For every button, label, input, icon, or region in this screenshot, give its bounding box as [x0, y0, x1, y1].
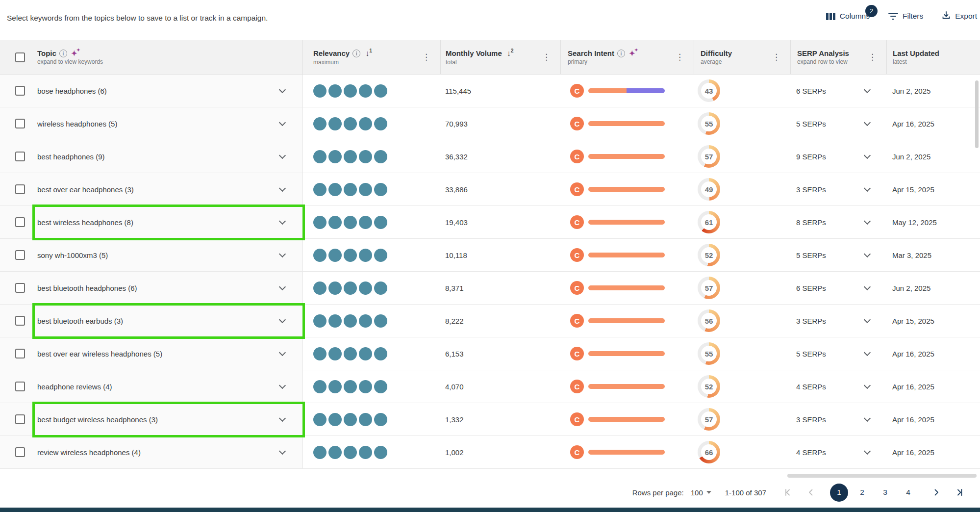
expand-chevron-down-icon[interactable]	[279, 217, 286, 224]
row-checkbox[interactable]	[15, 86, 25, 96]
expand-chevron-down-icon[interactable]	[864, 447, 871, 454]
serp-analysis-cell[interactable]: 3 SERPs	[790, 403, 886, 435]
expand-chevron-down-icon[interactable]	[279, 86, 286, 93]
column-header-search-intent[interactable]: Search Intent i ✦ primary ⋮	[560, 40, 694, 74]
info-icon[interactable]: i	[59, 50, 67, 57]
column-header-topic[interactable]: Topic i ✦ expand to view keywords	[31, 40, 302, 74]
row-checkbox[interactable]	[15, 217, 25, 227]
expand-chevron-down-icon[interactable]	[279, 283, 286, 290]
vertical-scrollbar[interactable]	[975, 80, 979, 148]
expand-chevron-down-icon[interactable]	[864, 184, 871, 191]
topic-cell[interactable]: headphone reviews (4)	[31, 370, 302, 403]
expand-chevron-down-icon[interactable]	[864, 250, 871, 257]
column-menu-kebab-icon[interactable]: ⋮	[542, 53, 551, 61]
expand-chevron-down-icon[interactable]	[279, 152, 286, 158]
row-checkbox[interactable]	[15, 119, 25, 128]
serp-analysis-cell[interactable]: 6 SERPs	[790, 75, 886, 107]
serp-analysis-cell[interactable]: 4 SERPs	[790, 370, 886, 403]
previous-page-button[interactable]	[806, 488, 815, 497]
rows-per-page-label: Rows per page:	[632, 488, 684, 497]
column-header-serp-analysis[interactable]: SERP Analysis expand row to view ⋮	[790, 40, 886, 74]
table-row: review wireless headphones (4) 1,002 C 6…	[0, 436, 980, 469]
row-checkbox[interactable]	[15, 349, 25, 358]
first-page-button[interactable]	[783, 488, 792, 497]
expand-chevron-down-icon[interactable]	[279, 184, 286, 191]
row-checkbox[interactable]	[15, 283, 25, 293]
table-row: wireless headphones (5) 70,993 C 55	[0, 107, 980, 140]
topic-cell[interactable]: bose headphones (6)	[31, 75, 302, 107]
rows-per-page-select[interactable]: 100	[691, 488, 711, 497]
serp-analysis-cell[interactable]: 5 SERPs	[790, 107, 886, 140]
expand-chevron-down-icon[interactable]	[864, 152, 871, 158]
topic-cell[interactable]: best over ear headphones (3)	[31, 173, 302, 205]
columns-button[interactable]: Columns 2	[826, 12, 870, 21]
serp-analysis-cell[interactable]: 9 SERPs	[790, 140, 886, 173]
search-intent-cell: C	[560, 239, 694, 271]
serp-analysis-cell[interactable]: 6 SERPs	[790, 272, 886, 304]
expand-chevron-down-icon[interactable]	[864, 349, 871, 356]
relevancy-cell	[302, 370, 440, 403]
topic-cell[interactable]: sony wh-1000xm3 (5)	[31, 239, 302, 271]
horizontal-scrollbar[interactable]	[787, 474, 977, 478]
expand-chevron-down-icon[interactable]	[864, 217, 871, 224]
topic-cell[interactable]: best over ear wireless headphones (5)	[31, 337, 302, 370]
expand-chevron-down-icon[interactable]	[279, 119, 286, 126]
serp-analysis-cell[interactable]: 5 SERPs	[790, 239, 886, 271]
page-2-button[interactable]: 2	[853, 484, 871, 502]
page-1-button[interactable]: 1	[830, 484, 848, 502]
expand-chevron-down-icon[interactable]	[279, 382, 286, 388]
serp-analysis-cell[interactable]: 5 SERPs	[790, 337, 886, 370]
serp-analysis-cell[interactable]: 4 SERPs	[790, 436, 886, 468]
serp-analysis-cell[interactable]: 8 SERPs	[790, 206, 886, 238]
topic-cell[interactable]: best headphones (9)	[31, 140, 302, 173]
column-menu-kebab-icon[interactable]: ⋮	[868, 53, 877, 61]
topic-cell[interactable]: best budget wireless headphones (3)	[31, 403, 302, 435]
topic-cell[interactable]: review wireless headphones (4)	[31, 436, 302, 468]
expand-chevron-down-icon[interactable]	[279, 447, 286, 454]
row-checkbox[interactable]	[15, 414, 25, 424]
column-header-monthly-volume[interactable]: Monthly Volume ↓2 total ⋮	[440, 40, 560, 74]
row-checkbox[interactable]	[15, 250, 25, 260]
topic-cell[interactable]: best wireless headphones (8)	[31, 206, 302, 238]
serp-analysis-cell[interactable]: 3 SERPs	[790, 305, 886, 337]
topic-cell[interactable]: best bluetooth earbuds (3)	[31, 305, 302, 337]
sort-indicator-desc[interactable]: ↓1	[365, 49, 372, 58]
expand-chevron-down-icon[interactable]	[279, 316, 286, 323]
column-header-last-updated[interactable]: Last Updated latest	[886, 40, 980, 74]
expand-chevron-down-icon[interactable]	[864, 382, 871, 388]
export-button[interactable]: Export	[942, 11, 977, 22]
row-checkbox[interactable]	[15, 184, 25, 194]
expand-chevron-down-icon[interactable]	[864, 86, 871, 93]
last-page-button[interactable]	[955, 488, 964, 497]
expand-chevron-down-icon[interactable]	[864, 414, 871, 421]
expand-chevron-down-icon[interactable]	[864, 283, 871, 290]
column-menu-kebab-icon[interactable]: ⋮	[422, 53, 430, 61]
column-header-difficulty[interactable]: Difficulty average ⋮	[694, 40, 790, 74]
column-menu-kebab-icon[interactable]: ⋮	[772, 53, 780, 61]
row-checkbox[interactable]	[15, 447, 25, 457]
row-checkbox[interactable]	[15, 316, 25, 326]
column-header-relevancy[interactable]: Relevancy i ↓1 maximum ⋮	[302, 40, 440, 74]
topic-cell[interactable]: best bluetooth headphones (6)	[31, 272, 302, 304]
monthly-volume-cell: 36,332	[440, 140, 560, 173]
row-checkbox[interactable]	[15, 152, 25, 161]
topic-cell[interactable]: wireless headphones (5)	[31, 107, 302, 140]
expand-chevron-down-icon[interactable]	[864, 316, 871, 323]
info-icon[interactable]: i	[352, 50, 360, 57]
expand-chevron-down-icon[interactable]	[279, 414, 286, 421]
relevancy-dots	[313, 216, 387, 229]
filters-button[interactable]: Filters	[888, 12, 923, 21]
sort-indicator-desc[interactable]: ↓2	[507, 49, 514, 58]
next-page-button[interactable]	[932, 488, 941, 497]
expand-chevron-down-icon[interactable]	[864, 119, 871, 126]
page-4-button[interactable]: 4	[899, 484, 917, 502]
select-all-checkbox[interactable]	[15, 52, 25, 62]
serp-count-label: 4 SERPs	[796, 448, 826, 457]
expand-chevron-down-icon[interactable]	[279, 349, 286, 356]
expand-chevron-down-icon[interactable]	[279, 250, 286, 257]
column-menu-kebab-icon[interactable]: ⋮	[676, 53, 684, 61]
serp-analysis-cell[interactable]: 3 SERPs	[790, 173, 886, 205]
info-icon[interactable]: i	[617, 50, 625, 57]
row-checkbox[interactable]	[15, 382, 25, 391]
page-3-button[interactable]: 3	[876, 484, 894, 502]
